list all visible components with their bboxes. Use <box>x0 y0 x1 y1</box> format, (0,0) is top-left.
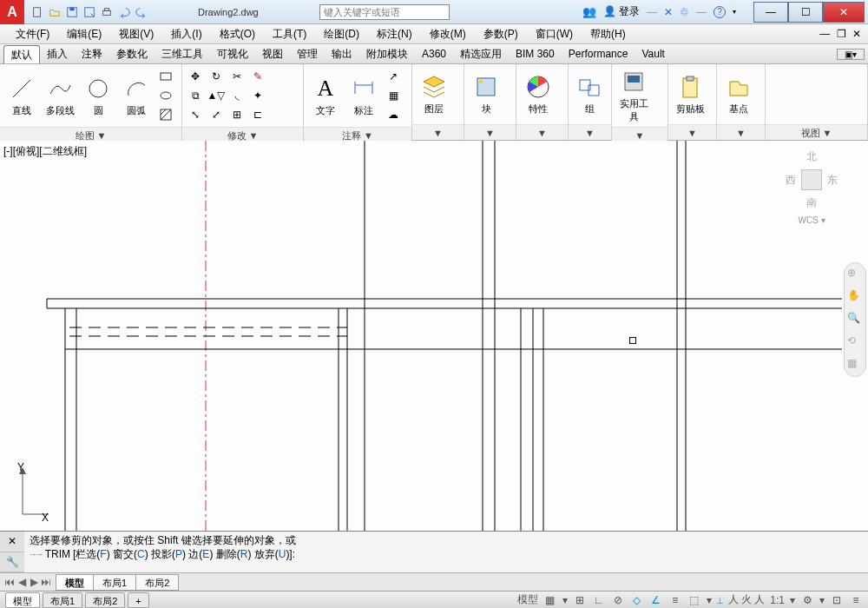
sb-layout2-tab[interactable]: 布局2 <box>85 592 125 608</box>
ortho-icon[interactable]: ∟ <box>592 593 606 607</box>
doc-minimize-icon[interactable]: — <box>819 28 830 40</box>
tool-base[interactable]: 基点 <box>720 73 757 116</box>
menu-param[interactable]: 参数(P) <box>475 27 527 42</box>
print-icon[interactable] <box>99 4 115 20</box>
tool-arc[interactable]: 圆弧 <box>118 75 155 117</box>
cmd-config-icon[interactable]: 🔧 <box>0 552 24 573</box>
menu-window[interactable]: 窗口(W) <box>527 27 582 42</box>
menu-insert[interactable]: 插入(I) <box>162 27 210 42</box>
menu-view[interactable]: 视图(V) <box>110 27 162 42</box>
tool-line[interactable]: 直线 <box>3 75 40 117</box>
search-people-icon[interactable]: 👥 <box>582 5 596 18</box>
cmd-close-icon[interactable]: ✕ <box>0 532 24 552</box>
tool-dimension[interactable]: 标注 <box>345 75 382 117</box>
pan-icon[interactable]: ✋ <box>847 289 863 305</box>
cloud-icon[interactable]: ☁ <box>384 106 403 123</box>
tool-group[interactable]: 组 <box>572 73 608 116</box>
layout-1[interactable]: 布局1 <box>93 574 136 591</box>
rotate-icon[interactable]: ↻ <box>207 68 226 85</box>
fullnav-icon[interactable]: ⊕ <box>847 267 863 282</box>
tab-addins[interactable]: 附加模块 <box>359 45 415 63</box>
doc-restore-icon[interactable]: ❐ <box>837 28 846 40</box>
app-logo[interactable]: A <box>0 0 24 24</box>
menu-format[interactable]: 格式(O) <box>211 27 264 42</box>
iso-icon[interactable]: ⬚ <box>687 593 701 607</box>
tool-layers[interactable]: 图层 <box>416 73 452 116</box>
tool-circle[interactable]: 圆 <box>80 75 116 117</box>
leader-icon[interactable]: ↗ <box>384 68 403 85</box>
layout-model[interactable]: 模型 <box>56 574 94 591</box>
tab-3dtools[interactable]: 三维工具 <box>155 45 210 63</box>
tab-annotate[interactable]: 注释 <box>75 45 109 63</box>
last-tab-icon[interactable]: ⏭ <box>40 576 52 588</box>
copy-icon[interactable]: ⧉ <box>186 87 205 104</box>
exchange-icon[interactable]: ✕ <box>664 6 673 18</box>
save-icon[interactable] <box>64 4 80 20</box>
tab-view[interactable]: 视图 <box>255 45 290 63</box>
move-icon[interactable]: ✥ <box>186 68 205 85</box>
tab-vault[interactable]: Vault <box>635 45 671 63</box>
undo-icon[interactable] <box>116 4 132 20</box>
orbit-icon[interactable]: ⟲ <box>847 334 863 350</box>
tab-visualize[interactable]: 可视化 <box>210 45 255 63</box>
menu-tools[interactable]: 工具(T) <box>264 27 315 42</box>
osnap-icon[interactable]: ◇ <box>630 593 644 607</box>
next-tab-icon[interactable]: ▶ <box>28 576 40 588</box>
menu-draw[interactable]: 绘图(D) <box>315 27 368 42</box>
ellipse-icon[interactable] <box>156 87 175 104</box>
clean-icon[interactable]: ⊡ <box>830 593 844 607</box>
tab-manage[interactable]: 管理 <box>290 45 325 63</box>
new-icon[interactable] <box>30 4 45 20</box>
first-tab-icon[interactable]: ⏮ <box>3 576 16 588</box>
sb-layout1-tab[interactable]: 布局1 <box>43 592 82 608</box>
sb-add-layout[interactable]: + <box>128 592 148 608</box>
open-icon[interactable] <box>47 4 62 20</box>
maximize-button[interactable]: ☐ <box>788 2 823 23</box>
tab-insert[interactable]: 插入 <box>40 45 75 63</box>
sb-scale[interactable]: 1:1 <box>770 594 785 606</box>
menu-help[interactable]: 帮助(H) <box>582 27 635 42</box>
zoom-icon[interactable]: 🔍 <box>847 312 863 327</box>
scale-icon[interactable]: ⤢ <box>207 106 226 123</box>
menu-dim[interactable]: 标注(N) <box>368 27 421 42</box>
sb-model-tab[interactable]: 模型 <box>5 592 40 608</box>
gear-icon[interactable]: ⚙ <box>800 593 814 607</box>
cmd-input-line[interactable]: ·-·- TRIM [栏选(F) 窗交(C) 投影(P) 边(E) 删除(R) … <box>30 547 863 561</box>
ribbon-minimize-button[interactable]: ▣▾ <box>837 49 865 60</box>
polar-icon[interactable]: ⊘ <box>611 593 625 607</box>
erase-icon[interactable]: ✎ <box>248 68 267 85</box>
tab-default[interactable]: 默认 <box>3 45 40 63</box>
menu-modify[interactable]: 修改(M) <box>421 27 475 42</box>
search-input[interactable] <box>319 4 450 20</box>
ucs-icon[interactable]: YX <box>10 462 49 525</box>
snap-icon[interactable]: ⊞ <box>573 593 587 607</box>
hatch-icon[interactable] <box>156 106 175 123</box>
tab-parametric[interactable]: 参数化 <box>109 45 155 63</box>
customize-icon[interactable]: ≡ <box>849 593 863 607</box>
menu-file[interactable]: 文件(F) <box>7 27 58 42</box>
minimize-button[interactable]: — <box>753 2 788 23</box>
doc-close-icon[interactable]: ✕ <box>852 28 861 40</box>
grid-icon[interactable]: ▦ <box>543 593 557 607</box>
login-link[interactable]: 👤 登录 <box>603 4 640 19</box>
lwt-icon[interactable]: ≡ <box>668 593 682 607</box>
viewcube-top[interactable] <box>801 169 822 190</box>
help-icon[interactable]: ? <box>713 6 726 18</box>
otrack-icon[interactable]: ∠ <box>649 593 663 607</box>
command-window[interactable]: ✕🔧 选择要修剪的对象，或按住 Shift 键选择要延伸的对象，或 ·-·- T… <box>0 531 868 572</box>
tab-a360[interactable]: A360 <box>415 45 453 63</box>
tab-output[interactable]: 输出 <box>325 45 359 63</box>
tab-performance[interactable]: Performance <box>562 45 635 63</box>
viewcube[interactable]: 北 西东 南 WCS ▾ <box>781 149 842 236</box>
layout-2[interactable]: 布局2 <box>135 574 179 591</box>
redo-icon[interactable] <box>134 4 149 20</box>
tab-bim360[interactable]: BIM 360 <box>509 45 562 63</box>
menu-edit[interactable]: 编辑(E) <box>58 27 110 42</box>
table-icon[interactable]: ▦ <box>384 87 403 104</box>
trim-icon[interactable]: ✂ <box>227 68 247 85</box>
array-icon[interactable]: ⊞ <box>227 106 247 123</box>
tab-featured[interactable]: 精选应用 <box>453 45 509 63</box>
stretch-icon[interactable]: ⤡ <box>186 106 205 123</box>
saveas-icon[interactable] <box>82 4 97 20</box>
tool-polyline[interactable]: 多段线 <box>42 75 78 117</box>
